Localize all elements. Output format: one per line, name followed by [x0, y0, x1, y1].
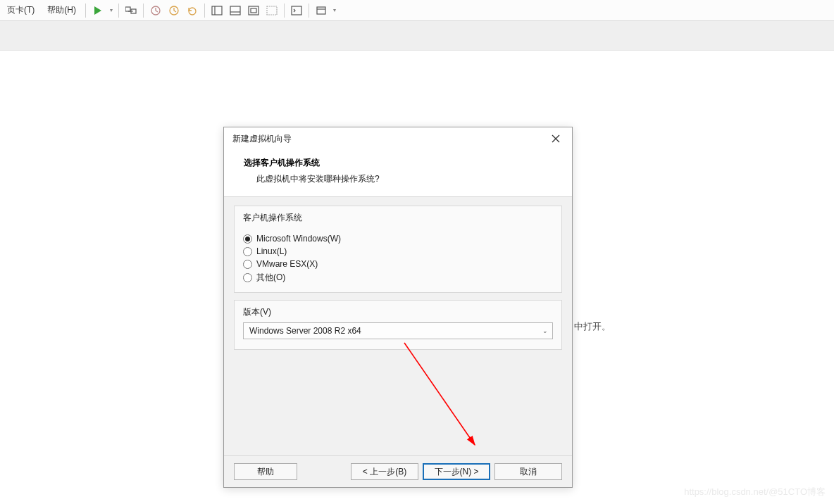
version-value: Windows Server 2008 R2 x64 — [249, 326, 361, 336]
next-button[interactable]: 下一步(N) > — [423, 463, 490, 480]
radio-vmware-esx[interactable]: VMware ESX(X) — [243, 258, 553, 270]
cancel-button[interactable]: 取消 — [494, 463, 562, 480]
annotation-arrow-icon — [397, 336, 496, 455]
snapshot-revert-icon[interactable] — [184, 2, 201, 19]
fullscreen-icon[interactable] — [245, 2, 262, 19]
dialog-button-bar: 帮助 < 上一步(B) 下一步(N) > 取消 — [224, 455, 572, 487]
separator — [143, 4, 144, 18]
svg-rect-13 — [292, 6, 301, 15]
play-icon[interactable] — [89, 2, 106, 19]
separator — [85, 4, 86, 18]
version-group: 版本(V) Windows Server 2008 R2 x64 ⌄ — [234, 300, 562, 350]
header-subtitle: 此虚拟机中将安装哪种操作系统? — [244, 173, 558, 185]
dialog-title: 新建虚拟机向导 — [232, 133, 292, 145]
separator — [204, 4, 205, 18]
new-vm-wizard-dialog: 新建虚拟机向导 选择客户机操作系统 此虚拟机中将安装哪种操作系统? 客户机操作系… — [223, 127, 573, 488]
spacer — [234, 357, 562, 448]
radio-linux[interactable]: Linux(L) — [243, 245, 553, 258]
radio-label: VMware ESX(X) — [256, 259, 318, 269]
snapshot-manage-icon[interactable] — [166, 2, 182, 19]
dialog-content: 客户机操作系统 Microsoft Windows(W) Linux(L) VM… — [224, 197, 572, 455]
view-split-icon[interactable] — [227, 2, 244, 19]
separator — [309, 4, 309, 18]
os-group-label: 客户机操作系统 — [243, 212, 553, 224]
close-button[interactable] — [545, 130, 566, 147]
separator — [118, 4, 119, 18]
terminal-icon[interactable] — [288, 2, 305, 19]
help-button[interactable]: 帮助 — [234, 463, 297, 480]
svg-rect-12 — [267, 6, 277, 15]
watermark: https://blog.csdn.net/@51CTO博客 — [684, 486, 826, 498]
svg-rect-1 — [125, 7, 130, 11]
menu-tab[interactable]: 页卡(T) — [1, 1, 40, 19]
radio-label: 其他(O) — [256, 272, 285, 284]
svg-marker-0 — [94, 6, 101, 15]
console-icon[interactable] — [123, 2, 139, 19]
dialog-header: 选择客户机操作系统 此虚拟机中将安装哪种操作系统? — [224, 150, 572, 197]
dropdown-arrow-icon[interactable]: ▾ — [108, 7, 115, 13]
svg-point-5 — [189, 8, 196, 15]
svg-rect-6 — [212, 6, 222, 15]
svg-rect-10 — [249, 6, 259, 15]
svg-rect-11 — [251, 8, 256, 13]
svg-rect-8 — [230, 6, 240, 15]
unity-icon[interactable] — [263, 2, 280, 19]
menu-help[interactable]: 帮助(H) — [42, 1, 82, 19]
radio-icon — [243, 247, 252, 256]
svg-rect-14 — [317, 7, 325, 14]
header-title: 选择客户机操作系统 — [244, 157, 558, 169]
settings-icon[interactable] — [313, 2, 330, 19]
os-group: 客户机操作系统 Microsoft Windows(W) Linux(L) VM… — [234, 206, 562, 293]
separator — [284, 4, 285, 18]
version-label: 版本(V) — [243, 306, 553, 318]
radio-icon — [243, 260, 252, 269]
snapshot-icon[interactable] — [147, 2, 164, 19]
back-button[interactable]: < 上一步(B) — [351, 463, 418, 480]
view-single-icon[interactable] — [208, 2, 225, 19]
radio-icon — [243, 273, 252, 282]
chevron-down-icon: ⌄ — [542, 327, 548, 334]
radio-label: Microsoft Windows(W) — [256, 234, 341, 244]
radio-label: Linux(L) — [256, 246, 287, 256]
svg-line-17 — [404, 343, 475, 445]
radio-icon — [243, 234, 252, 244]
tab-strip — [0, 21, 834, 51]
version-select[interactable]: Windows Server 2008 R2 x64 ⌄ — [243, 322, 553, 339]
dropdown-arrow-icon[interactable]: ▾ — [331, 7, 338, 13]
dialog-titlebar: 新建虚拟机向导 — [224, 127, 572, 150]
background-text: 中打开。 — [574, 320, 611, 333]
radio-windows[interactable]: Microsoft Windows(W) — [243, 232, 553, 245]
radio-other[interactable]: 其他(O) — [243, 270, 553, 285]
main-toolbar: 页卡(T) 帮助(H) ▾ ▾ — [0, 0, 834, 21]
